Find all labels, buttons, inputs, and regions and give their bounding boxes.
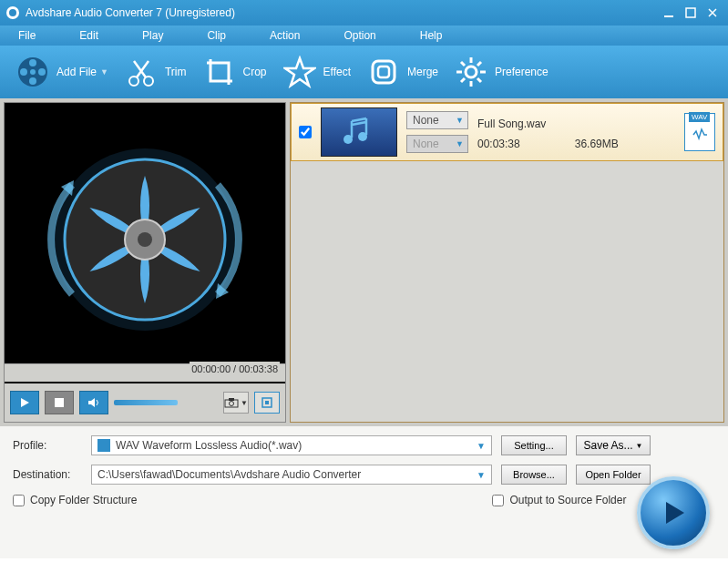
convert-button[interactable] bbox=[637, 476, 710, 549]
output-source-checkbox[interactable]: Output to Source Folder bbox=[492, 494, 626, 506]
preview-controls: ▼ bbox=[5, 383, 285, 422]
trim-button[interactable]: Trim bbox=[125, 56, 187, 88]
svg-point-18 bbox=[138, 232, 152, 247]
subtitle-select: None▼ bbox=[406, 135, 468, 153]
merge-button[interactable]: Merge bbox=[367, 56, 438, 88]
item-checkbox[interactable] bbox=[299, 126, 312, 138]
scissors-icon bbox=[125, 56, 158, 88]
svg-rect-26 bbox=[229, 398, 234, 401]
main-area: 00:00:00 / 00:03:38 ▼ None▼ None▼ Full S… bbox=[0, 98, 728, 426]
svg-marker-31 bbox=[666, 502, 684, 524]
film-reel-icon bbox=[16, 56, 49, 88]
titlebar: Avdshare Audio Converter 7 (Unregistered… bbox=[0, 0, 728, 26]
open-folder-button[interactable]: Open Folder bbox=[576, 465, 651, 485]
svg-point-25 bbox=[230, 402, 234, 406]
svg-point-6 bbox=[38, 68, 46, 76]
minimize-button[interactable] bbox=[659, 5, 679, 20]
item-selects: None▼ None▼ bbox=[406, 111, 468, 153]
menubar: File Edit Play Clip Action Option Help bbox=[0, 26, 728, 46]
item-filename: Full Song.wav bbox=[477, 118, 675, 130]
close-button[interactable] bbox=[702, 5, 723, 20]
chevron-down-icon: ▼ bbox=[456, 116, 464, 125]
copy-folder-checkbox[interactable]: Copy Folder Structure bbox=[13, 494, 137, 506]
menu-help[interactable]: Help bbox=[420, 29, 443, 42]
toolbar: Add File▼ Trim Crop Effect Merge Prefere… bbox=[0, 46, 728, 98]
svg-rect-3 bbox=[686, 8, 695, 17]
svg-rect-13 bbox=[378, 66, 389, 77]
preference-button[interactable]: Preference bbox=[455, 56, 549, 88]
window-title: Avdshare Audio Converter 7 (Unregistered… bbox=[26, 6, 657, 19]
chevron-down-icon: ▼ bbox=[636, 442, 643, 450]
volume-slider[interactable] bbox=[114, 400, 178, 405]
item-info: Full Song.wav 00:03:38 36.69MB bbox=[477, 114, 675, 150]
stop-button[interactable] bbox=[45, 391, 74, 414]
file-list: None▼ None▼ Full Song.wav 00:03:38 36.69… bbox=[290, 102, 724, 423]
fullscreen-button[interactable] bbox=[254, 392, 280, 414]
chevron-down-icon: ▼ bbox=[477, 470, 486, 480]
svg-point-1 bbox=[9, 9, 16, 16]
play-button[interactable] bbox=[10, 391, 39, 414]
svg-point-11 bbox=[144, 77, 153, 86]
svg-rect-12 bbox=[373, 61, 395, 83]
chevron-down-icon: ▼ bbox=[241, 399, 248, 407]
app-logo-icon bbox=[5, 5, 20, 20]
maximize-button[interactable] bbox=[681, 5, 701, 20]
item-duration: 00:03:38 bbox=[477, 138, 520, 150]
svg-rect-22 bbox=[55, 398, 64, 407]
destination-label: Destination: bbox=[13, 468, 82, 481]
time-display: 00:00:00 / 00:03:38 bbox=[190, 362, 280, 376]
volume-button[interactable] bbox=[79, 391, 108, 414]
setting-button[interactable]: Setting... bbox=[501, 435, 567, 455]
format-badge-icon bbox=[97, 439, 110, 452]
svg-rect-28 bbox=[265, 401, 269, 404]
destination-field[interactable]: C:\Users\fawad\Documents\Avdshare Audio … bbox=[91, 465, 492, 485]
gear-icon bbox=[455, 56, 487, 88]
svg-point-9 bbox=[30, 69, 36, 75]
menu-action[interactable]: Action bbox=[270, 29, 300, 42]
svg-marker-23 bbox=[88, 398, 95, 407]
preview-panel: 00:00:00 / 00:03:38 ▼ bbox=[4, 102, 286, 423]
svg-point-29 bbox=[343, 135, 353, 144]
svg-point-14 bbox=[466, 66, 477, 77]
menu-option[interactable]: Option bbox=[343, 29, 375, 42]
bottom-panel: Profile: WAV Waveform Lossless Audio(*.w… bbox=[0, 426, 728, 558]
chevron-down-icon: ▼ bbox=[456, 139, 464, 148]
menu-play[interactable]: Play bbox=[142, 29, 163, 42]
add-file-button[interactable]: Add File▼ bbox=[16, 56, 108, 88]
menu-file[interactable]: File bbox=[18, 29, 36, 42]
svg-point-7 bbox=[29, 77, 36, 85]
snapshot-button[interactable]: ▼ bbox=[223, 392, 249, 414]
profile-label: Profile: bbox=[13, 439, 82, 452]
merge-icon bbox=[367, 56, 400, 88]
item-size: 36.69MB bbox=[575, 138, 619, 150]
crop-icon bbox=[203, 56, 236, 88]
save-as-button[interactable]: Save As...▼ bbox=[576, 435, 651, 455]
svg-point-10 bbox=[129, 77, 138, 86]
profile-select[interactable]: WAV Waveform Lossless Audio(*.wav) ▼ bbox=[91, 435, 492, 455]
svg-marker-21 bbox=[21, 398, 29, 407]
svg-point-8 bbox=[20, 68, 27, 76]
star-icon bbox=[283, 56, 316, 88]
format-icon: WAV bbox=[684, 113, 715, 151]
svg-rect-2 bbox=[664, 15, 673, 17]
menu-clip[interactable]: Clip bbox=[207, 29, 226, 42]
chevron-down-icon: ▼ bbox=[477, 441, 486, 451]
crop-button[interactable]: Crop bbox=[203, 56, 267, 88]
item-thumbnail bbox=[321, 107, 397, 157]
audio-select[interactable]: None▼ bbox=[406, 111, 468, 129]
menu-edit[interactable]: Edit bbox=[79, 29, 98, 42]
chevron-down-icon: ▼ bbox=[100, 67, 108, 77]
svg-point-5 bbox=[29, 59, 36, 66]
effect-button[interactable]: Effect bbox=[283, 56, 351, 88]
list-item[interactable]: None▼ None▼ Full Song.wav 00:03:38 36.69… bbox=[291, 103, 723, 161]
svg-point-30 bbox=[358, 132, 367, 141]
preview-artwork bbox=[45, 139, 245, 342]
browse-button[interactable]: Browse... bbox=[501, 465, 567, 485]
